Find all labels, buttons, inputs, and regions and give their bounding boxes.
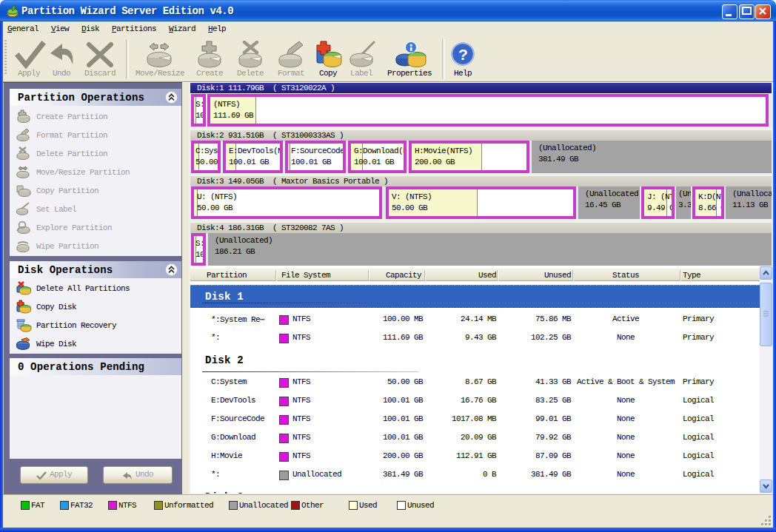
svg-text:?: ? [458,46,467,63]
